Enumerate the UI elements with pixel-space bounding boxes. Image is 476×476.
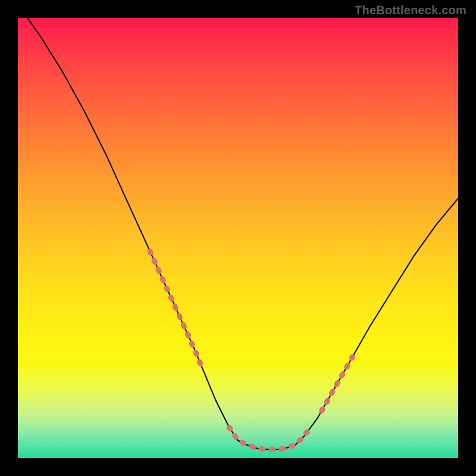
bottleneck-curve: [18, 18, 458, 458]
watermark-text: TheBottleneck.com: [355, 4, 466, 17]
